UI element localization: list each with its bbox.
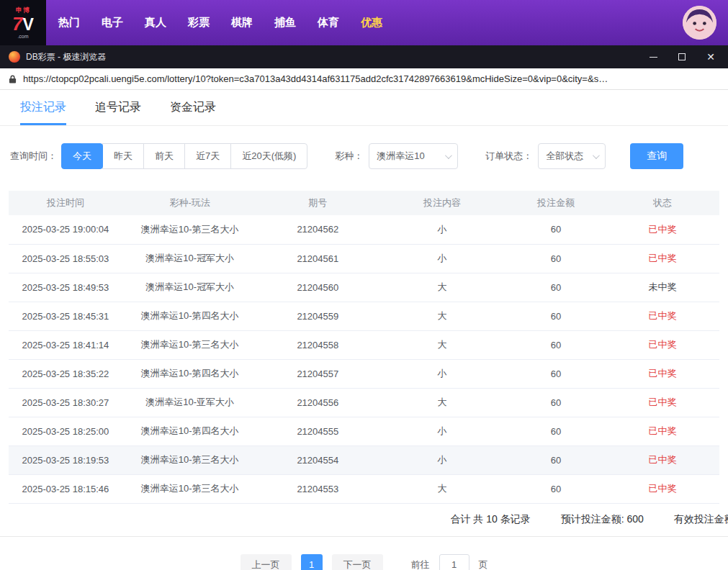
cell-content: 小 [378, 215, 506, 244]
lottery-select-value: 澳洲幸运10 [377, 150, 424, 163]
site-logo[interactable]: 申博 7 V .com [0, 0, 46, 45]
goto-label: 前往 [411, 558, 430, 570]
cell-game: 澳洲幸运10-亚军大小 [122, 388, 258, 417]
cell-issue: 21204560 [257, 273, 378, 302]
cell-amount: 60 [506, 330, 606, 359]
tab-fund-records[interactable]: 资金记录 [170, 90, 216, 125]
cell-amount: 60 [506, 388, 606, 417]
chevron-down-icon [593, 152, 600, 159]
browser-tab-icon [9, 51, 20, 63]
col-header-issue: 期号 [257, 191, 378, 215]
cell-time: 2025-03-25 18:49:53 [9, 273, 122, 302]
cell-game: 澳洲幸运10-冠军大小 [122, 244, 258, 273]
cell-content: 大 [378, 474, 506, 503]
cell-content: 大 [378, 302, 506, 330]
cell-content: 小 [378, 359, 506, 388]
nav-item-lottery[interactable]: 彩票 [188, 16, 210, 30]
table-row: 2025-03-25 18:25:00澳洲幸运10-第四名大小21204555小… [9, 417, 719, 445]
cell-content: 大 [378, 388, 506, 417]
col-header-time: 投注时间 [9, 191, 122, 215]
minimize-button[interactable] [639, 45, 668, 68]
cell-issue: 21204558 [257, 330, 378, 359]
table-header-row: 投注时间彩种-玩法期号投注内容投注金额状态 [9, 191, 719, 215]
cell-amount: 60 [506, 244, 606, 273]
cell-content: 大 [378, 273, 506, 302]
maximize-icon [678, 53, 686, 60]
time-filter-yesterday[interactable]: 昨天 [102, 143, 144, 169]
cell-game: 澳洲幸运10-第三名大小 [122, 445, 258, 474]
logo-domain: .com [17, 34, 28, 39]
time-filter-label: 查询时间： [10, 150, 57, 163]
lottery-select[interactable]: 澳洲幸运10 [369, 143, 458, 169]
nav-item-fishing[interactable]: 捕鱼 [274, 16, 296, 30]
current-page-button[interactable]: 1 [301, 554, 323, 570]
col-header-status: 状态 [606, 191, 719, 215]
col-header-game: 彩种-玩法 [122, 191, 258, 215]
nav-item-promotions[interactable]: 优惠 [361, 16, 382, 30]
cell-status: 已中奖 [606, 215, 719, 244]
cell-amount: 60 [506, 273, 606, 302]
cell-content: 小 [378, 244, 506, 273]
cell-amount: 60 [506, 474, 606, 503]
screen: 申博 7 V .com 热门电子真人彩票棋牌捕鱼体育优惠 DB彩票 - 极速浏览… [0, 0, 728, 570]
cell-time: 2025-03-25 18:35:22 [9, 359, 122, 388]
order-status-select[interactable]: 全部状态 [538, 143, 606, 169]
user-avatar[interactable] [683, 6, 716, 40]
cell-time: 2025-03-25 18:15:46 [9, 474, 122, 503]
cell-status: 已中奖 [606, 417, 719, 445]
col-header-content: 投注内容 [378, 191, 506, 215]
cell-time: 2025-03-25 18:30:27 [9, 388, 122, 417]
cell-issue: 21204557 [257, 359, 378, 388]
table-row: 2025-03-25 18:49:53澳洲幸运10-冠军大小21204560大6… [9, 273, 719, 302]
time-filter-last-20-days[interactable]: 近20天(低频) [230, 143, 307, 169]
summary-bar: 合计 共 10 条记录 预计投注金额: 600 有效投注金额: 600 [0, 504, 728, 537]
nav-item-board-games[interactable]: 棋牌 [231, 16, 253, 30]
cell-time: 2025-03-25 18:55:03 [9, 244, 122, 273]
minimize-icon [650, 57, 657, 58]
time-filter-day-before-yesterday[interactable]: 前天 [143, 143, 185, 169]
cell-status: 已中奖 [606, 244, 719, 273]
cell-game: 澳洲幸运10-第三名大小 [122, 474, 258, 503]
query-button[interactable]: 查询 [630, 143, 683, 169]
cell-issue: 21204562 [257, 215, 378, 244]
maximize-button[interactable] [668, 45, 696, 68]
cell-amount: 60 [506, 445, 606, 474]
lottery-records-page: 投注记录追号记录资金记录 查询时间： 今天昨天前天近7天近20天(低频) 彩种：… [0, 90, 728, 570]
goto-page-input[interactable] [439, 554, 469, 570]
cell-status: 已中奖 [606, 445, 719, 474]
cell-amount: 60 [506, 417, 606, 445]
cell-content: 大 [378, 330, 506, 359]
close-button[interactable]: ✕ [696, 45, 725, 68]
nav-item-live[interactable]: 真人 [145, 16, 166, 30]
record-tabs: 投注记录追号记录资金记录 [0, 90, 728, 126]
chevron-down-icon [445, 152, 452, 159]
table-row: 2025-03-25 18:30:27澳洲幸运10-亚军大小21204556大6… [9, 388, 719, 417]
cell-issue: 21204555 [257, 417, 378, 445]
cell-status: 已中奖 [606, 302, 719, 330]
bet-table: 投注时间彩种-玩法期号投注内容投注金额状态 2025-03-25 19:00:0… [9, 191, 719, 504]
nav-item-electronic[interactable]: 电子 [102, 16, 123, 30]
main-nav: 热门电子真人彩票棋牌捕鱼体育优惠 [58, 16, 382, 30]
time-filter-last-7-days[interactable]: 近7天 [184, 143, 231, 169]
tab-bet-records[interactable]: 投注记录 [20, 90, 66, 125]
cell-game: 澳洲幸运10-第四名大小 [122, 359, 258, 388]
nav-item-sports[interactable]: 体育 [318, 16, 339, 30]
order-status-value: 全部状态 [546, 150, 583, 163]
window-title: DB彩票 - 极速浏览器 [26, 51, 106, 63]
table-row: 2025-03-25 18:19:53澳洲幸运10-第三名大小21204554小… [9, 445, 719, 474]
cell-issue: 21204561 [257, 244, 378, 273]
prev-page-button[interactable]: 上一页 [241, 554, 292, 570]
cell-game: 澳洲幸运10-第三名大小 [122, 330, 258, 359]
cell-issue: 21204554 [257, 445, 378, 474]
tab-chase-records[interactable]: 追号记录 [95, 90, 141, 125]
cell-amount: 60 [506, 359, 606, 388]
lottery-label: 彩种： [335, 150, 363, 163]
logo-main: 7 V [12, 14, 34, 33]
time-filter-today[interactable]: 今天 [61, 143, 103, 169]
nav-item-hot[interactable]: 热门 [58, 16, 80, 30]
cell-time: 2025-03-25 18:45:31 [9, 302, 122, 330]
next-page-button[interactable]: 下一页 [332, 554, 383, 570]
cell-game: 澳洲幸运10-冠军大小 [122, 273, 258, 302]
url-text[interactable]: https://ctopcp02pcali.uengi5e.com/lotter… [23, 73, 608, 84]
table-row: 2025-03-25 18:35:22澳洲幸运10-第四名大小21204557小… [9, 359, 719, 388]
